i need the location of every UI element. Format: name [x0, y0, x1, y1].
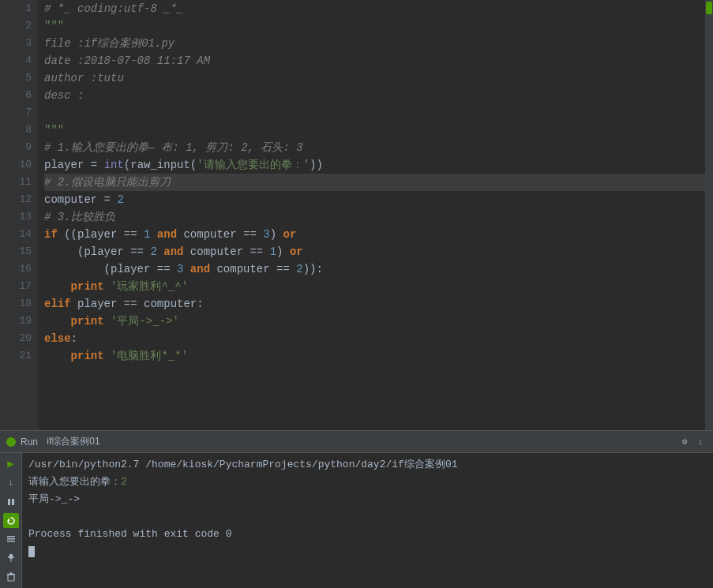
token: or [283, 226, 297, 243]
token: # 1.输入您要出的拳— 布: 1, 剪刀: 2, 石头: 3 [44, 139, 303, 156]
run-status-icon [6, 437, 16, 447]
token: computer == [177, 226, 263, 243]
code-line-6: desc : [44, 87, 705, 104]
token: and [190, 260, 210, 278]
token: (player == [44, 243, 150, 260]
svg-rect-1 [12, 499, 14, 505]
code-line-3: file :if综合案例01.py [44, 35, 705, 52]
token: ((player == [58, 226, 144, 243]
token: if [44, 226, 58, 243]
code-line-14: if ((player == 1 and computer == 3) or [44, 226, 705, 243]
line-number-18: 18 [6, 295, 32, 313]
token: 2 [150, 243, 156, 260]
line-number-17: 17 [6, 278, 32, 295]
token [157, 243, 163, 260]
token: print [71, 313, 104, 330]
pin-button[interactable] [3, 550, 19, 566]
svg-rect-0 [8, 499, 10, 505]
down-button[interactable]: ↓ [3, 475, 19, 491]
editor-scrollbar[interactable] [705, 0, 713, 430]
token: '电脑胜利*_*' [111, 347, 188, 365]
token: player == computer: [71, 295, 204, 313]
scrollbar-thumb[interactable] [706, 2, 712, 14]
line-number-9: 9 [6, 139, 32, 156]
token: """ [44, 17, 64, 35]
trash-icon [6, 572, 16, 582]
code-line-4: date :2018-07-08 11:17 AM [44, 52, 705, 69]
token: coding:utf-8 [71, 0, 164, 17]
run-label: Run [21, 436, 38, 448]
token [44, 278, 71, 295]
scroll-down-button[interactable]: ↓ [694, 436, 707, 448]
token [104, 347, 111, 365]
line-number-5: 5 [6, 69, 32, 87]
list-button[interactable] [3, 531, 19, 547]
code-line-8: """ [44, 122, 705, 139]
run-toolbar: Run if综合案例01 ⚙ ↓ [0, 431, 713, 453]
token: # 2.假设电脑只能出剪刀 [44, 174, 171, 191]
token: _*_ [163, 0, 183, 17]
line-number-21: 21 [6, 347, 32, 365]
token: *_ [58, 0, 71, 17]
run-output: /usr/bin/python2.7 /home/kiosk/PycharmPr… [22, 453, 713, 588]
code-content: # *_ coding:utf-8 _*_"""file :if综合案例01.p… [38, 0, 705, 430]
token: """ [44, 122, 64, 139]
token: : [71, 330, 77, 347]
list-icon [6, 534, 16, 544]
run-side-buttons: ▶ ↓ [0, 453, 22, 588]
output-prompt-line: 请输入您要出的拳：2 [28, 474, 707, 491]
svg-rect-5 [7, 541, 15, 542]
token: # 3.比较胜负 [44, 208, 115, 226]
pause-icon [6, 497, 16, 507]
active-button[interactable] [3, 513, 19, 529]
run-toolbar-actions: ⚙ ↓ [678, 436, 707, 448]
token: or [290, 243, 303, 260]
svg-rect-7 [10, 559, 11, 562]
code-line-13: # 3.比较胜负 [44, 208, 705, 226]
token [44, 313, 71, 330]
line-number-3: 3 [6, 35, 32, 52]
token: 1 [144, 226, 150, 243]
token: 3 [177, 260, 183, 278]
code-line-1: # *_ coding:utf-8 _*_ [44, 0, 705, 17]
code-line-11: # 2.假设电脑只能出剪刀 [44, 174, 705, 191]
line-number-1: 1 [6, 0, 32, 17]
settings-button[interactable]: ⚙ [678, 436, 691, 448]
pause-button[interactable] [3, 494, 19, 510]
play-button[interactable]: ▶ [3, 456, 19, 472]
token: ) [276, 243, 290, 260]
code-line-20: else: [44, 330, 705, 347]
svg-rect-10 [7, 574, 15, 575]
svg-rect-3 [7, 536, 15, 537]
token: '请输入您要出的拳：' [197, 156, 310, 174]
code-line-15: (player == 2 and computer == 1) or [44, 243, 705, 260]
code-line-21: print '电脑胜利*_*' [44, 347, 705, 365]
token [104, 278, 111, 295]
answer-text: 2 [121, 476, 127, 488]
token: date :2018-07-08 11:17 AM [44, 52, 210, 69]
token: '平局->_->' [111, 313, 179, 330]
run-filename: if综合案例01 [47, 435, 99, 448]
output-command-line: /usr/bin/python2.7 /home/kiosk/PycharmPr… [28, 456, 707, 474]
bottom-panel: Run if综合案例01 ⚙ ↓ ▶ ↓ [0, 430, 713, 588]
output-blank [28, 508, 707, 526]
token: file :if综合案例01.py [44, 35, 174, 52]
code-line-17: print '玩家胜利^_^' [44, 278, 705, 295]
token: computer == [183, 243, 269, 260]
token: int [104, 156, 124, 174]
token: '玩家胜利^_^' [111, 278, 188, 295]
token [183, 260, 190, 278]
token: desc : [44, 87, 84, 104]
token: ) [270, 226, 283, 243]
refresh-icon [6, 516, 16, 526]
token: and [163, 243, 183, 260]
code-line-18: elif player == computer: [44, 295, 705, 313]
line-number-4: 4 [6, 52, 32, 69]
token: and [157, 226, 177, 243]
trash-button[interactable] [3, 569, 19, 585]
token: 1 [270, 243, 276, 260]
code-line-7 [44, 104, 705, 122]
line-number-20: 20 [6, 330, 32, 347]
token: else [44, 330, 71, 347]
line-number-13: 13 [6, 208, 32, 226]
